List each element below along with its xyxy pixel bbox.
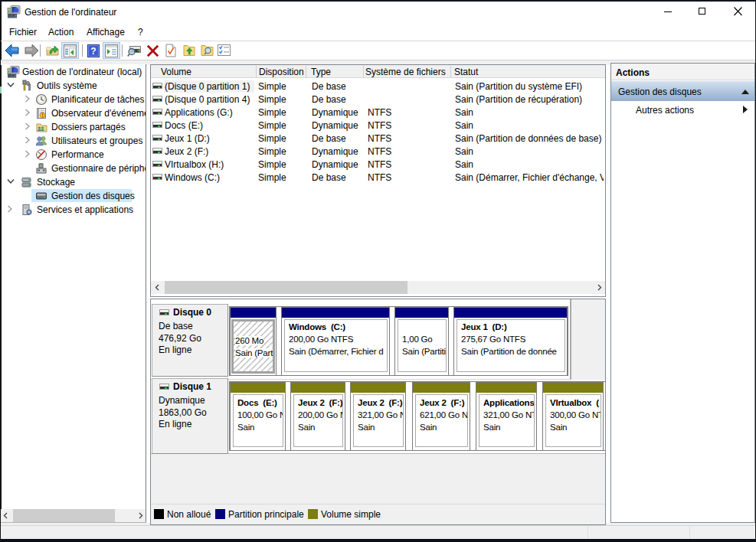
svg-text:!: ! xyxy=(41,113,43,118)
svg-text:?: ? xyxy=(90,46,96,57)
